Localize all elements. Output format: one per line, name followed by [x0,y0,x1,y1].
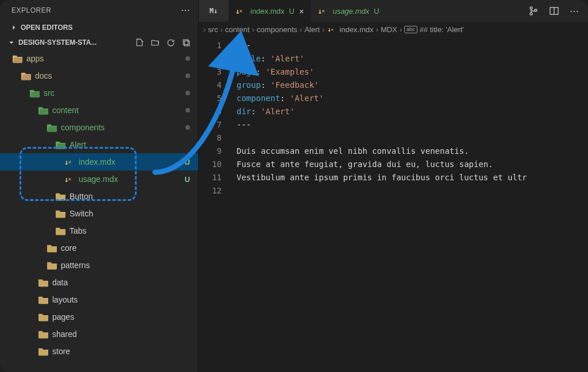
mdx-file-icon [318,7,328,15]
folder-row[interactable]: shared [0,326,198,343]
folder-icon [38,347,48,356]
tab-filename: index.mdx [250,7,284,16]
folder-row[interactable]: store [0,343,198,360]
tree-item-label: data [52,278,190,287]
folder-open-icon [13,55,22,63]
breadcrumb-item[interactable]: ## title: 'Alert' [420,25,464,34]
folder-row[interactable]: Alert [0,136,198,153]
svg-point-3 [530,13,532,15]
folder-row[interactable]: patterns [0,257,198,274]
chevron-right-icon [10,24,17,31]
folder-icon [47,261,57,270]
editor-actions: ⋯ [519,0,588,22]
tree-item-label: Alert [69,140,190,149]
new-folder-icon[interactable] [150,38,160,48]
explorer-sidebar: EXPLORER ⋯ OPEN EDITORS DESIGN-SYSTEM-ST… [0,0,199,372]
tab-filename: usage.mdx [332,7,369,16]
folder-icon [38,278,48,287]
modified-dot-icon [185,91,190,95]
tree-item-label: Tabs [69,226,190,235]
code-editor[interactable]: 123456789101112 ---title: 'Alert'page: '… [199,37,588,372]
svg-point-2 [530,7,532,9]
folder-row[interactable]: pages [0,308,198,326]
folder-row[interactable]: Tabs [0,222,198,239]
line-gutter: 123456789101112 [199,37,232,372]
open-editors-section[interactable]: OPEN EDITORS [0,20,198,35]
folder-open-icon [30,89,40,98]
tree-item-label: usage.mdx [79,175,181,184]
folder-row[interactable]: src [0,84,198,102]
modified-dot-icon [185,108,190,113]
tree-item-label: patterns [61,261,190,270]
folder-row[interactable]: docs [0,67,198,84]
folder-icon [38,313,48,321]
close-tab-icon[interactable]: × [299,6,304,16]
svg-rect-0 [183,40,188,45]
tree-item-label: Button [69,192,190,201]
folder-icon [38,296,48,304]
folder-icon [56,192,65,201]
refresh-icon[interactable] [166,38,176,48]
split-editor-icon[interactable] [549,6,559,16]
git-status-badge: U [374,7,379,16]
tree-item-label: pages [52,312,190,321]
folder-row[interactable]: content [0,102,198,119]
modified-dot-icon [185,73,190,78]
tree-item-label: index.mdx [79,157,181,166]
chevron-down-icon [8,39,15,46]
file-row[interactable]: usage.mdxU [0,170,198,188]
folder-row[interactable]: apps [0,50,198,67]
modified-dot-icon [185,56,190,61]
tree-item-label: store [52,347,190,356]
editor-tab[interactable]: index.mdxU× [229,0,311,22]
symbol-string-icon: abc [404,26,417,33]
explorer-title: EXPLORER [11,6,51,14]
tree-item-label: components [61,123,181,132]
folder-row[interactable]: data [0,274,198,291]
breadcrumb-item[interactable]: Alert [304,25,320,34]
breadcrumb-item[interactable]: src [208,25,218,34]
breadcrumb-item[interactable]: index.mdx [339,25,373,34]
explorer-more-icon[interactable]: ⋯ [181,5,191,16]
folder-open-icon [21,72,31,80]
folder-row[interactable]: layouts [0,291,198,308]
tree-item-label: layouts [52,295,190,304]
editor-tab[interactable]: usage.mdxU [311,0,386,22]
folder-row[interactable]: Switch [0,205,198,222]
code-content[interactable]: ---title: 'Alert'page: 'Examples'group: … [232,37,588,372]
compare-changes-icon[interactable] [528,6,539,16]
markdown-preview-button[interactable]: M↓ [199,0,229,22]
tab-bar: M↓ index.mdxU×usage.mdxU ⋯ [199,0,588,22]
tree-item-label: src [44,88,181,98]
folder-row[interactable]: core [0,239,198,257]
folder-row[interactable]: components [0,119,198,136]
git-status-badge: U [289,7,294,16]
tree-item-label: Switch [69,209,190,218]
breadcrumb-item[interactable]: MDX [381,25,397,34]
folder-icon [38,330,48,339]
editor-more-icon[interactable]: ⋯ [570,6,579,17]
mdx-file-icon [235,7,246,15]
explorer-header: EXPLORER ⋯ [0,0,198,20]
git-status-badge: U [185,158,190,166]
folder-open-icon [56,141,65,149]
file-row[interactable]: index.mdxU [0,153,198,170]
open-editors-label: OPEN EDITORS [21,24,72,32]
breadcrumb-item[interactable]: components [257,25,297,34]
collapse-all-icon[interactable] [181,38,191,48]
tree-item-label: docs [35,71,181,80]
folder-icon [56,227,65,235]
modified-dot-icon [185,125,190,130]
editor-pane: M↓ index.mdxU×usage.mdxU ⋯ ›src › conten… [199,0,588,372]
project-section[interactable]: DESIGN-SYSTEM-STA... [0,35,198,50]
file-tree[interactable]: appsdocssrccontentcomponentsAlertindex.m… [0,50,198,372]
svg-rect-1 [184,41,189,46]
new-file-icon[interactable] [135,38,145,48]
folder-icon [56,210,65,218]
tree-item-label: core [61,243,190,253]
project-name: DESIGN-SYSTEM-STA... [18,38,96,46]
breadcrumb[interactable]: ›src › content › components › Alert › in… [199,22,588,37]
tree-item-label: shared [52,330,190,339]
folder-row[interactable]: Button [0,188,198,205]
breadcrumb-item[interactable]: content [225,25,250,34]
